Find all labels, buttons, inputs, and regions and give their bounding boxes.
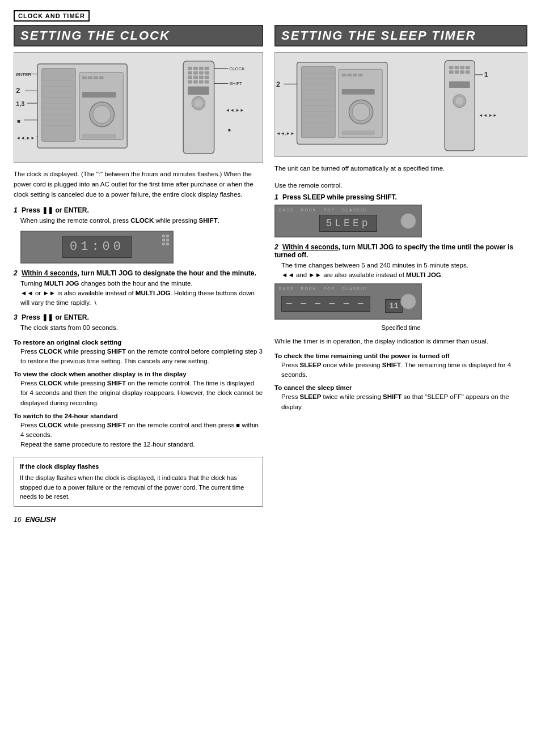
- step-3-num: 3: [14, 313, 18, 321]
- right-step-2: 2 Within 4 seconds, turn MULTI JOG to sp…: [274, 243, 527, 332]
- step-2-title: 2 Within 4 seconds, turn MULTI JOG to de…: [14, 269, 263, 277]
- svg-text:◄◄,►►: ◄◄,►►: [479, 113, 497, 118]
- svg-rect-24: [199, 67, 204, 70]
- svg-text:■: ■: [17, 118, 20, 124]
- svg-text:ENTER: ENTER: [16, 72, 31, 77]
- svg-rect-38: [188, 86, 209, 95]
- svg-rect-26: [188, 71, 192, 75]
- left-section-heading: SETTING THE CLOCK: [14, 25, 263, 46]
- page-lang: ENGLISH: [26, 516, 56, 524]
- svg-rect-81: [460, 66, 464, 69]
- right-column: SETTING THE SLEEP TIMER: [274, 25, 527, 507]
- svg-rect-20: [82, 134, 116, 139]
- right-sub-1-title: To check the time remaining until the po…: [274, 352, 527, 359]
- step-3-title: 3 Press ❚❚ or ENTER.: [14, 313, 263, 321]
- left-column: SETTING THE CLOCK: [14, 25, 263, 507]
- svg-rect-34: [188, 80, 192, 83]
- sub-section-2-title: To view the clock when another display i…: [14, 371, 263, 377]
- svg-rect-22: [188, 67, 192, 70]
- info-box-title: If the clock display flashes: [20, 462, 257, 472]
- svg-rect-36: [199, 80, 204, 83]
- right-sub-2-body: Press SLEEP twice while pressing SHIFT s…: [281, 392, 527, 412]
- step-1-body: When using the remote control, press CLO…: [20, 216, 263, 226]
- sub-section-1-title: To restore an original clock setting: [14, 339, 263, 346]
- sub-section-3-title: To switch to the 24-hour standard: [14, 413, 263, 419]
- svg-text:1,3: 1,3: [16, 100, 24, 107]
- svg-rect-23: [193, 67, 198, 70]
- svg-rect-80: [455, 66, 459, 69]
- svg-rect-37: [205, 80, 209, 83]
- svg-rect-87: [449, 81, 470, 88]
- svg-point-89: [456, 97, 464, 105]
- svg-rect-73: [358, 74, 363, 77]
- svg-rect-83: [449, 70, 454, 74]
- svg-point-40: [195, 99, 202, 107]
- page-header: CLOCK AND TIMER: [14, 10, 527, 22]
- timer-note: While the timer is in operation, the dis…: [274, 337, 527, 347]
- right-sub-2-title: To cancel the sleep timer: [274, 384, 527, 391]
- right-step-2-body: The time changes between 5 and 240 minut…: [281, 261, 527, 281]
- right-step-1-title: 1 Press SLEEP while pressing SHIFT.: [274, 193, 527, 201]
- svg-rect-35: [193, 80, 198, 83]
- svg-text:1: 1: [484, 71, 488, 79]
- info-box: If the clock display flashes If the disp…: [14, 457, 263, 507]
- svg-rect-72: [353, 74, 357, 77]
- right-step-2-num: 2: [274, 243, 278, 251]
- svg-text:■: ■: [228, 128, 231, 133]
- sub-section-2-body: Press CLOCK while pressing SHIFT on the …: [20, 379, 263, 408]
- svg-rect-70: [342, 74, 346, 77]
- step-2: 2 Within 4 seconds, turn MULTI JOG to de…: [14, 269, 263, 308]
- svg-rect-77: [342, 130, 375, 135]
- svg-rect-14: [88, 77, 92, 79]
- svg-rect-79: [449, 66, 454, 69]
- svg-rect-31: [193, 76, 198, 79]
- step-1-display: 01:00: [20, 231, 174, 264]
- svg-rect-33: [205, 76, 209, 79]
- right-diagram: 2 1 ◄◄,►► ◄◄,►►: [274, 52, 527, 157]
- left-intro-text: The clock is displayed. (The ":" between…: [14, 169, 263, 199]
- svg-rect-27: [193, 71, 198, 75]
- right-step-1-num: 1: [274, 193, 278, 201]
- right-step-1-label: Press SLEEP while pressing SHIFT.: [282, 193, 397, 201]
- main-content: SETTING THE CLOCK: [14, 25, 527, 507]
- step-2-num: 2: [14, 269, 18, 277]
- sub-section-3-body: Press CLOCK while pressing SHIFT on the …: [20, 421, 263, 450]
- right-use-remote: Use the remote control.: [274, 181, 527, 191]
- right-step-2-title: 2 Within 4 seconds, turn MULTI JOG to sp…: [274, 243, 527, 259]
- svg-rect-82: [466, 66, 470, 69]
- svg-rect-13: [82, 77, 87, 79]
- left-diagram-svg: ENTER 2 1,3 ■ ◄◄,►► CLOCK SHIFT: [14, 53, 263, 162]
- svg-rect-15: [94, 77, 98, 79]
- sub-section-1-body: Press CLOCK while pressing SHIFT on the …: [20, 347, 263, 367]
- svg-rect-76: [342, 89, 375, 95]
- right-diagram-svg: 2 1 ◄◄,►► ◄◄,►►: [275, 53, 527, 156]
- svg-text:◄◄,►►: ◄◄,►►: [225, 108, 244, 113]
- step-3-body: The clock starts from 00 seconds.: [20, 323, 263, 333]
- svg-rect-58: [301, 66, 335, 137]
- right-step-1-display: BASS ROCK POP CLASSIC 5LEEp: [274, 205, 422, 237]
- page-number: 16: [14, 516, 21, 524]
- svg-rect-16: [99, 77, 104, 79]
- page-footer: 16 ENGLISH: [14, 516, 527, 524]
- info-box-body: If the display flashes when the clock is…: [20, 473, 257, 502]
- svg-rect-29: [205, 71, 209, 75]
- svg-text:2: 2: [16, 86, 20, 95]
- svg-text:◄◄,►►: ◄◄,►►: [276, 131, 295, 136]
- right-step-1: 1 Press SLEEP while pressing SHIFT. BASS…: [274, 193, 527, 237]
- right-section-heading: SETTING THE SLEEP TIMER: [274, 25, 527, 46]
- step-2-body: Turning MULTI JOG changes both the hour …: [20, 279, 263, 308]
- step-1-num: 1: [14, 206, 18, 214]
- svg-rect-84: [455, 70, 459, 74]
- step-1-label: Press ❚❚ or ENTER.: [22, 206, 89, 214]
- svg-text:◄◄,►►: ◄◄,►►: [16, 135, 35, 141]
- svg-rect-71: [347, 74, 352, 77]
- step-3-label: Press ❚❚ or ENTER.: [22, 313, 89, 321]
- left-diagram: ENTER 2 1,3 ■ ◄◄,►► CLOCK SHIFT: [14, 52, 263, 163]
- svg-point-75: [352, 103, 370, 121]
- right-intro-text: The unit can be turned off automatically…: [274, 164, 527, 174]
- svg-rect-86: [466, 70, 470, 74]
- step-1-title: 1 Press ❚❚ or ENTER.: [14, 206, 263, 214]
- step-3: 3 Press ❚❚ or ENTER. The clock starts fr…: [14, 313, 263, 333]
- header-title: CLOCK AND TIMER: [14, 10, 90, 22]
- step-2-label: Within 4 seconds, turn MULTI JOG to desi…: [22, 269, 256, 277]
